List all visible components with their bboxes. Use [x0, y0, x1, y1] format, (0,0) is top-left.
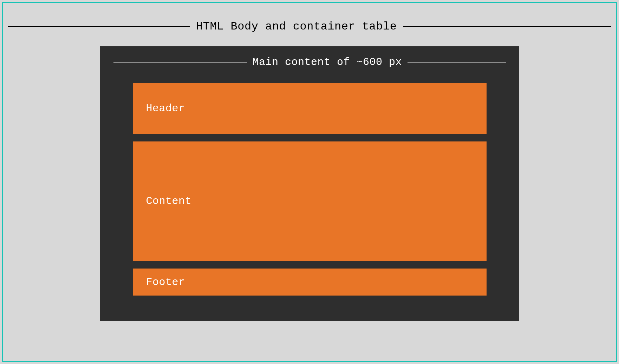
- blocks-container: Header Content Footer: [133, 83, 487, 296]
- outer-title: HTML Body and container table: [190, 20, 403, 33]
- outer-title-row: HTML Body and container table: [8, 21, 611, 32]
- inner-panel: Main content of ~600 px Header Content F…: [100, 46, 519, 321]
- inner-title: Main content of ~600 px: [247, 56, 408, 68]
- content-block-label: Content: [146, 195, 192, 207]
- footer-block-label: Footer: [146, 276, 185, 288]
- footer-block: Footer: [133, 269, 487, 296]
- content-block: Content: [133, 141, 487, 261]
- inner-title-line-left: [113, 62, 247, 62]
- outer-title-line-left: [8, 26, 190, 27]
- inner-title-line-right: [408, 62, 506, 62]
- inner-title-row: Main content of ~600 px: [113, 56, 506, 68]
- outer-container: HTML Body and container table Main conte…: [8, 21, 611, 356]
- outer-title-line-right: [403, 26, 611, 27]
- header-block-label: Header: [146, 102, 185, 114]
- header-block: Header: [133, 83, 487, 134]
